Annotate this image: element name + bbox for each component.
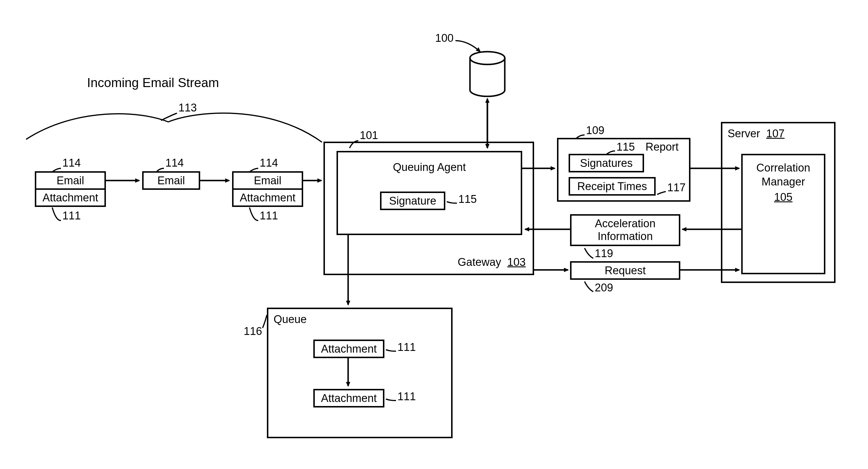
ref-email-2: 114 (165, 157, 184, 169)
ref-gateway: 103 (507, 256, 526, 268)
email-box-2: Email (142, 171, 200, 190)
email-box-1: Email (35, 171, 106, 190)
ref-signatures: 115 (617, 141, 635, 153)
ref-agent: 101 (360, 129, 378, 142)
server-label: Server (727, 127, 760, 140)
queue-attachment-2: Attachment (313, 389, 384, 408)
request-box: Request (570, 261, 680, 280)
signatures-box: Signatures (568, 154, 644, 172)
ref-attachment-3: 111 (260, 209, 278, 222)
signature-box: Signature (380, 192, 445, 210)
ref-db: 100 (435, 32, 454, 45)
attachment-box-1: Attachment (35, 188, 106, 207)
diagram-canvas: Incoming Email Stream Email Attachment 1… (0, 0, 868, 469)
queue-box: Queue (267, 307, 453, 438)
report-label: Report (646, 141, 679, 153)
ref-request: 209 (595, 282, 613, 294)
ref-server: 107 (766, 127, 784, 140)
ref-report: 109 (586, 124, 604, 137)
email-box-3: Email (232, 171, 303, 190)
svg-point-0 (470, 52, 505, 64)
receipt-times-box: Receipt Times (568, 177, 656, 196)
gateway-label: Gateway (458, 256, 501, 268)
queue-attachment-1: Attachment (313, 340, 384, 358)
accel-info-box: Acceleration Information (570, 214, 680, 246)
attachment-box-3: Attachment (232, 188, 303, 207)
stream-title: Incoming Email Stream (87, 76, 219, 90)
correlation-manager-label: Correlation Manager (756, 161, 810, 188)
ref-corrmgr: 105 (774, 190, 792, 204)
ref-email-1: 114 (62, 157, 81, 169)
ref-email-3: 114 (260, 157, 278, 169)
ref-attachment-1: 111 (62, 209, 81, 222)
database-icon (470, 52, 505, 96)
ref-receipt: 117 (667, 181, 685, 194)
ref-signature: 115 (458, 193, 477, 205)
ref-q-att-1: 111 (398, 341, 416, 353)
ref-stream: 113 (178, 101, 197, 114)
ref-accel: 119 (595, 247, 613, 260)
ref-queue: 116 (244, 325, 262, 338)
ref-q-att-2: 111 (398, 390, 416, 403)
correlation-manager-box: Correlation Manager 105 (741, 154, 825, 274)
